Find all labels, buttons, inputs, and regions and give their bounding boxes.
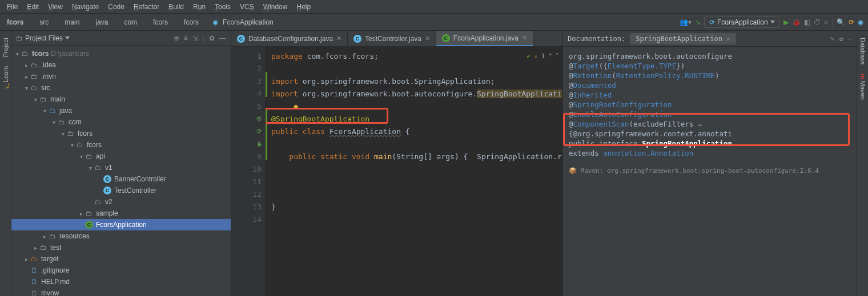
tree-src[interactable]: ▾🗀src (11, 82, 231, 94)
code[interactable]: ✔⚠1^˅ package com.fcors.fcors; import or… (266, 47, 562, 296)
bc-main[interactable]: main (62, 17, 82, 27)
doc-header: Documentation: (568, 35, 625, 43)
run-gutter-icon[interactable]: ⟳ (256, 113, 262, 125)
database-tool-tab[interactable]: Database (858, 33, 867, 69)
tab-fcorsapp[interactable]: CFcorsApplication.java✕ (436, 31, 533, 46)
menu-tools[interactable]: Tools (211, 2, 234, 12)
bc-src[interactable]: src (37, 17, 51, 27)
edit-icon[interactable]: ✎ (830, 35, 834, 43)
tree-mvn[interactable]: ▸🗀.mvn (11, 71, 231, 82)
project-tree[interactable]: ▾🗀fcorsD:\java\fcors ▸🗀.idea ▸🗀.mvn ▾🗀sr… (11, 46, 231, 296)
search-button[interactable]: 🔍 (837, 18, 845, 26)
bc-file[interactable]: FcorsApplication (220, 17, 276, 27)
menu-code[interactable]: Code (105, 2, 128, 12)
toolbar-right: 👥▾ ↘ ⟳ FcorsApplication ▶ 🐞 ◧ ⏱ ■ | 🔍 ⟳ … (680, 17, 863, 28)
profile-button[interactable]: ⏱ (814, 18, 821, 26)
menu-navigate[interactable]: Navigate (69, 2, 102, 12)
breadcrumb: fcors〉 src〉 main〉 java〉 com〉 fcors〉 fcor… (5, 17, 680, 27)
tree-main[interactable]: ▾🗀main (11, 94, 231, 105)
documentation-panel: Documentation: SpringBootApplication ✕ ✎… (562, 31, 857, 296)
menubar: File Edit View Navigate Code Refactor Bu… (0, 0, 868, 14)
run-gutter-icon[interactable]: ▶ (256, 138, 262, 151)
stop-button[interactable]: ■ (824, 18, 828, 26)
bc-fcors1[interactable]: fcors (151, 17, 170, 27)
folder-icon: 🗀 (16, 34, 23, 42)
tree-fcorsapp[interactable]: CFcorsApplication (11, 219, 231, 230)
close-icon[interactable]: ✕ (336, 35, 341, 42)
menu-help[interactable]: Help (293, 2, 314, 12)
settings-icon[interactable]: ✿ (209, 34, 215, 42)
tree-java[interactable]: ▾🗀java (11, 105, 231, 116)
chevron-down-icon[interactable] (65, 37, 70, 39)
doc-tab[interactable]: SpringBootApplication ✕ (630, 33, 736, 44)
tree-sample[interactable]: ▸🗀sample (11, 208, 231, 219)
debug-button[interactable]: 🐞 (792, 18, 801, 26)
hide-icon[interactable]: — (219, 34, 226, 42)
project-panel: 🗀 Project Files ⊕ ≡ ⇲ | ✿ — ▾🗀fcorsD:\ja… (11, 31, 231, 296)
tab-testcontroller[interactable]: CTestController.java✕ (348, 31, 436, 46)
gear-icon[interactable]: ✿ (839, 35, 843, 43)
close-icon[interactable]: ✕ (522, 34, 527, 42)
inspection-indicators[interactable]: ✔⚠1^˅ (527, 50, 560, 63)
doc-footer: 📦 Maven: org.springframework.boot:spring… (563, 164, 857, 178)
menu-file[interactable]: File (3, 2, 21, 12)
panel-title: Project Files (25, 34, 63, 42)
bc-com[interactable]: com (122, 17, 139, 27)
tree-com[interactable]: ▾🗀com (11, 116, 231, 128)
tree-target[interactable]: ▸🗀target (11, 253, 231, 265)
tree-resources[interactable]: ▸🗀resources (11, 230, 231, 242)
chevron-down-icon (770, 21, 775, 23)
run-gutter-icon[interactable]: ⟳ (256, 125, 262, 138)
hide-icon[interactable]: — (848, 35, 852, 43)
learn-tool-tab[interactable]: 🎓 Learn (1, 62, 10, 96)
editor-body[interactable]: 1234567891011121314 ⟳ ⟳ ▶ ✔⚠1^˅ package … (231, 47, 562, 296)
tree-help[interactable]: 🗋HELP.md (11, 276, 231, 287)
menu-window[interactable]: Window (260, 2, 291, 12)
tree-mvnw[interactable]: 🗋mvnw (11, 287, 231, 296)
tree-root[interactable]: ▾🗀fcorsD:\java\fcors (11, 48, 231, 59)
tree-testdir[interactable]: ▸🗀test (11, 242, 231, 253)
tree-test[interactable]: CTestController (11, 185, 231, 196)
spring-icon: ⟳ (709, 18, 715, 26)
run-config-selector[interactable]: ⟳ FcorsApplication (704, 17, 780, 28)
left-tool-strip: Project 🎓 Learn (0, 31, 11, 296)
build-icon[interactable]: ↘ (695, 18, 701, 26)
doc-content: org.springframework.boot.autoconfigure @… (563, 47, 857, 163)
tree-banner[interactable]: CBannerController (11, 173, 231, 185)
locate-icon[interactable]: ⊕ (174, 34, 179, 42)
menu-build[interactable]: Build (165, 2, 187, 12)
expand-icon[interactable]: ≡ (184, 34, 188, 42)
menu-vcs[interactable]: VCS (236, 2, 258, 12)
run-button[interactable]: ▶ (783, 18, 789, 26)
editor-tabs: CDatabaseConfiguration.java✕ CTestContro… (231, 31, 562, 47)
collapse-icon[interactable]: ⇲ (192, 34, 198, 42)
maven-tool-tab[interactable]: m Maven (858, 69, 867, 104)
tree-api[interactable]: ▾🗀api (11, 151, 231, 162)
bc-root[interactable]: fcors (5, 17, 26, 27)
tree-gitignore[interactable]: 🗋.gitignore (11, 265, 231, 276)
highlight-box-2 (563, 113, 850, 146)
editor-area: CDatabaseConfiguration.java✕ CTestContro… (231, 31, 562, 296)
menu-refactor[interactable]: Refactor (130, 2, 163, 12)
menu-run[interactable]: Run (190, 2, 209, 12)
coverage-button[interactable]: ◧ (804, 18, 810, 26)
close-icon[interactable]: ✕ (425, 35, 430, 42)
class-icon: ◉ (212, 18, 218, 26)
tree-v1[interactable]: ▾🗀v1 (11, 162, 231, 173)
project-tool-tab[interactable]: Project (1, 33, 10, 62)
menu-edit[interactable]: Edit (23, 2, 42, 12)
tree-idea[interactable]: ▸🗀.idea (11, 59, 231, 71)
ide-icon[interactable]: ◉ (858, 18, 863, 26)
tree-fcors1[interactable]: ▾🗀fcors (11, 128, 231, 139)
right-tool-strip: Database m Maven (857, 31, 868, 296)
bc-java[interactable]: java (93, 17, 110, 27)
menu-view[interactable]: View (45, 2, 66, 12)
bc-fcors2[interactable]: fcors (182, 17, 201, 27)
tab-database[interactable]: CDatabaseConfiguration.java✕ (231, 31, 348, 46)
user-icon[interactable]: 👥▾ (680, 18, 692, 26)
toolbar: fcors〉 src〉 main〉 java〉 com〉 fcors〉 fcor… (0, 14, 868, 31)
tree-v2[interactable]: 🗀v2 (11, 196, 231, 208)
sync-icon[interactable]: ⟳ (849, 18, 854, 26)
tree-fcors2[interactable]: ▾🗀fcors (11, 139, 231, 151)
gutter: 1234567891011121314 ⟳ ⟳ ▶ (231, 47, 266, 296)
